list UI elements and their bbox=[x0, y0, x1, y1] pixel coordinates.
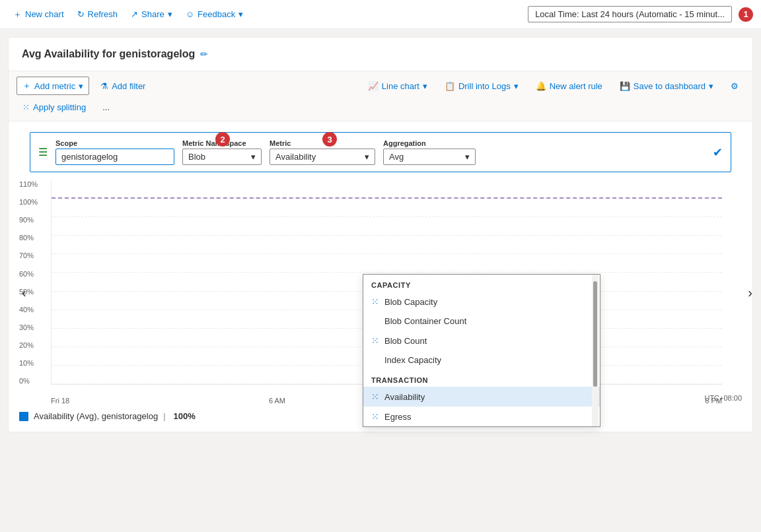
feedback-button[interactable]: ☺ Feedback ▾ bbox=[180, 7, 248, 22]
new-chart-button[interactable]: ＋ New chart bbox=[8, 6, 69, 23]
y-label-30: 30% bbox=[19, 323, 49, 331]
y-label-110: 110% bbox=[19, 180, 49, 188]
add-metric-plus-icon: ＋ bbox=[22, 80, 31, 92]
top-bar: ＋ New chart ↻ Refresh ↗ Share ▾ ☺ Feedba… bbox=[0, 0, 761, 29]
chart-nav-left[interactable]: ‹ bbox=[17, 280, 32, 306]
grid-icon4: ⁙ bbox=[371, 411, 379, 422]
add-metric-button[interactable]: ＋ Add metric ▾ bbox=[17, 77, 89, 95]
share-chevron-icon: ▾ bbox=[168, 9, 172, 19]
metric-field: Metric Availability ▾ 3 bbox=[270, 139, 375, 165]
namespace-field: Metric Namespace Blob ▾ 2 bbox=[182, 139, 262, 165]
chart-title-bar: Avg Availability for genistoragelog ✏ bbox=[9, 38, 752, 71]
y-label-70: 70% bbox=[19, 251, 49, 259]
scrollbar-thumb bbox=[593, 281, 597, 387]
apply-splitting-button[interactable]: ⁙ Apply splitting bbox=[17, 99, 92, 116]
alert-icon: 🔔 bbox=[536, 81, 546, 91]
more-options-button[interactable]: ... bbox=[97, 100, 115, 115]
refresh-icon: ↻ bbox=[77, 9, 85, 19]
logs-icon: 📋 bbox=[445, 81, 455, 91]
metric-dropdown: CAPACITY ⁙ Blob Capacity Blob Container … bbox=[363, 274, 600, 427]
grid-icon3: ⁙ bbox=[371, 391, 379, 402]
x-label-6am: 6 AM bbox=[269, 397, 285, 405]
dropdown-scrollbar[interactable] bbox=[592, 275, 598, 426]
share-button[interactable]: ↗ Share ▾ bbox=[126, 7, 178, 22]
filter-icon: ⚗ bbox=[100, 81, 108, 91]
aggregation-select[interactable]: Avg ▾ bbox=[383, 149, 476, 165]
save-icon: 💾 bbox=[620, 81, 630, 91]
toolbar-row1: ＋ Add metric ▾ ⚗ Add filter 📈 Line chart… bbox=[17, 77, 744, 95]
legend-color-swatch bbox=[19, 412, 28, 421]
namespace-chevron-icon: ▾ bbox=[251, 152, 256, 162]
aggregation-field: Aggregation Avg ▾ bbox=[383, 139, 476, 165]
dropdown-item-availability[interactable]: ⁙ Availability bbox=[363, 387, 600, 407]
line-chart-icon: 📈 bbox=[368, 81, 379, 91]
scope-icon: ☰ bbox=[38, 146, 48, 158]
save-to-dashboard-button[interactable]: 💾 Save to dashboard ▾ bbox=[614, 78, 719, 94]
scope-input[interactable] bbox=[55, 149, 174, 165]
toolbar-right: 📈 Line chart ▾ 📋 Drill into Logs ▾ 🔔 New… bbox=[362, 78, 744, 94]
gear-icon: ⚙ bbox=[731, 81, 739, 91]
dropdown-item-blob-count[interactable]: ⁙ Blob Count bbox=[363, 331, 600, 350]
namespace-select[interactable]: Blob ▾ bbox=[182, 149, 262, 165]
share-icon: ↗ bbox=[131, 9, 138, 19]
plus-icon: ＋ bbox=[13, 9, 22, 20]
notification-badge: 1 bbox=[739, 7, 753, 22]
feedback-icon: ☺ bbox=[186, 9, 194, 19]
y-label-10: 10% bbox=[19, 359, 49, 367]
confirm-icon[interactable]: ✔ bbox=[713, 145, 723, 160]
line-chart-chevron-icon: ▾ bbox=[423, 81, 427, 91]
edit-icon[interactable]: ✏ bbox=[200, 49, 208, 59]
metric-select[interactable]: Availability ▾ bbox=[270, 149, 375, 165]
drill-into-logs-button[interactable]: 📋 Drill into Logs ▾ bbox=[439, 78, 525, 94]
save-chevron-icon: ▾ bbox=[709, 81, 713, 91]
feedback-chevron-icon: ▾ bbox=[238, 9, 243, 19]
chart-title: Avg Availability for genistoragelog bbox=[22, 48, 195, 60]
dropdown-item-blob-capacity[interactable]: ⁙ Blob Capacity bbox=[363, 292, 600, 312]
settings-button[interactable]: ⚙ bbox=[725, 78, 744, 94]
scope-field: Scope bbox=[55, 139, 174, 165]
metric-row: ☰ Scope Metric Namespace Blob ▾ 2 Metric… bbox=[30, 132, 731, 172]
legend-label: Availability (Avg), genistoragelog bbox=[34, 411, 158, 421]
y-label-90: 90% bbox=[19, 216, 49, 224]
transaction-section-label: TRANSACTION bbox=[363, 370, 600, 387]
scope-label: Scope bbox=[55, 139, 174, 147]
x-label-fri18: Fri 18 bbox=[51, 397, 69, 405]
split-icon: ⁙ bbox=[22, 102, 30, 112]
aggregation-chevron-icon: ▾ bbox=[465, 152, 470, 162]
dropdown-item-index-capacity[interactable]: Index Capacity bbox=[363, 350, 600, 370]
y-label-80: 80% bbox=[19, 234, 49, 242]
grid-icon2: ⁙ bbox=[371, 335, 379, 346]
add-filter-button[interactable]: ⚗ Add filter bbox=[94, 78, 151, 94]
dropdown-item-egress[interactable]: ⁙ Egress bbox=[363, 407, 600, 426]
y-label-100: 100% bbox=[19, 198, 49, 206]
legend-value: 100% bbox=[174, 411, 196, 421]
utc-label: UTC+08:00 bbox=[704, 394, 742, 402]
line-chart-button[interactable]: 📈 Line chart ▾ bbox=[362, 78, 433, 94]
toolbar: ＋ Add metric ▾ ⚗ Add filter 📈 Line chart… bbox=[9, 71, 752, 121]
dropdown-item-blob-container-count[interactable]: Blob Container Count bbox=[363, 312, 600, 331]
y-label-0: 0% bbox=[19, 377, 49, 385]
step3-badge: 3 bbox=[322, 132, 337, 147]
main-container: Avg Availability for genistoragelog ✏ ＋ … bbox=[8, 37, 753, 432]
new-alert-rule-button[interactable]: 🔔 New alert rule bbox=[530, 78, 608, 94]
step2-badge: 2 bbox=[215, 132, 230, 147]
y-label-60: 60% bbox=[19, 270, 49, 278]
capacity-section-label: CAPACITY bbox=[363, 275, 600, 292]
availability-line bbox=[52, 197, 722, 199]
toolbar-row2: ⁙ Apply splitting ... bbox=[17, 99, 744, 116]
metric-chevron-icon: ▾ bbox=[365, 152, 369, 162]
chart-nav-right[interactable]: › bbox=[743, 280, 758, 306]
drill-chevron-icon: ▾ bbox=[514, 81, 519, 91]
aggregation-label: Aggregation bbox=[383, 139, 476, 147]
y-label-20: 20% bbox=[19, 341, 49, 349]
grid-icon: ⁙ bbox=[371, 296, 379, 307]
y-label-40: 40% bbox=[19, 306, 49, 314]
time-selector[interactable]: Local Time: Last 24 hours (Automatic - 1… bbox=[528, 6, 732, 22]
refresh-button[interactable]: ↻ Refresh bbox=[72, 7, 124, 22]
add-metric-chevron-icon: ▾ bbox=[79, 81, 83, 91]
